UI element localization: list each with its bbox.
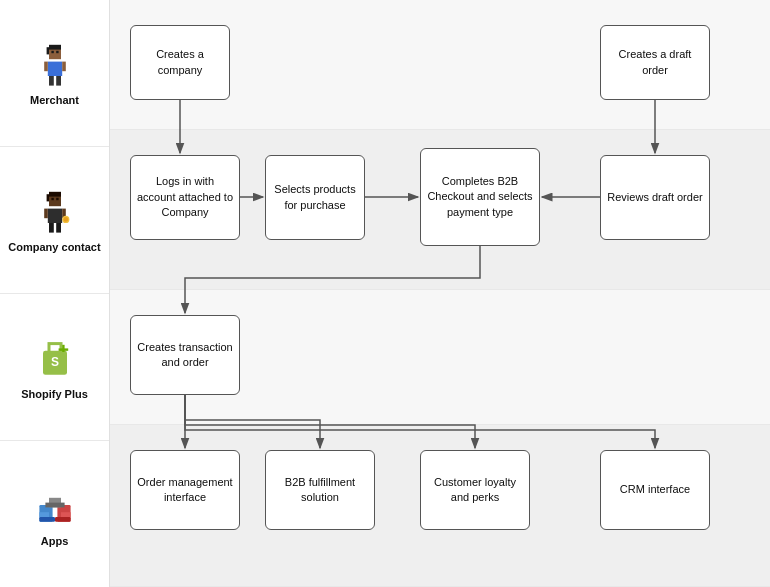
- merchant-icon: [31, 40, 79, 88]
- box-customer-loyalty: Customer loyalty and perks: [420, 450, 530, 530]
- box-b2b-fulfillment: B2B fulfillment solution: [265, 450, 375, 530]
- box-completes-checkout: Completes B2B Checkout and selects payme…: [420, 148, 540, 246]
- svg-rect-0: [47, 62, 61, 76]
- actor-merchant: Merchant: [0, 0, 109, 147]
- diagram-container: Merchant: [0, 0, 770, 587]
- svg-rect-17: [56, 223, 61, 233]
- actor-shopify: S Shopify Plus: [0, 294, 109, 441]
- svg-rect-29: [39, 512, 49, 517]
- svg-rect-28: [39, 517, 55, 522]
- svg-rect-12: [49, 192, 61, 197]
- box-crm-interface: CRM interface: [600, 450, 710, 530]
- svg-rect-34: [45, 503, 64, 508]
- box-creates-draft: Creates a draft order: [600, 25, 710, 100]
- shopify-icon: S: [31, 334, 79, 382]
- svg-point-21: [63, 217, 68, 222]
- svg-rect-2: [49, 45, 61, 50]
- svg-rect-15: [56, 198, 58, 200]
- svg-rect-26: [58, 348, 68, 350]
- box-logs-in: Logs in with account attached to Company: [130, 155, 240, 240]
- actors-sidebar: Merchant: [0, 0, 110, 587]
- svg-rect-13: [46, 194, 48, 201]
- svg-rect-25: [62, 345, 64, 352]
- box-order-mgmt: Order management interface: [130, 450, 240, 530]
- svg-rect-10: [47, 209, 61, 223]
- actor-apps: Apps: [0, 441, 109, 587]
- svg-rect-4: [51, 51, 53, 53]
- svg-rect-9: [62, 62, 66, 72]
- svg-rect-18: [44, 209, 48, 219]
- svg-text:S: S: [50, 355, 58, 369]
- box-reviews-draft: Reviews draft order: [600, 155, 710, 240]
- apps-icon: [31, 481, 79, 529]
- svg-rect-16: [49, 223, 54, 233]
- merchant-label: Merchant: [30, 94, 79, 106]
- box-creates-company: Creates a company: [130, 25, 230, 100]
- actor-contact: Company contact: [0, 147, 109, 294]
- svg-rect-31: [55, 517, 71, 522]
- contact-icon: [31, 187, 79, 235]
- shopify-label: Shopify Plus: [21, 388, 88, 400]
- svg-rect-8: [44, 62, 48, 72]
- flow-area: Creates a company Creates a draft order …: [110, 0, 770, 587]
- svg-rect-7: [56, 76, 61, 86]
- box-selects-products: Selects products for purchase: [265, 155, 365, 240]
- apps-label: Apps: [41, 535, 69, 547]
- svg-rect-32: [61, 512, 71, 517]
- contact-label: Company contact: [8, 241, 100, 253]
- svg-rect-5: [56, 51, 58, 53]
- svg-rect-6: [49, 76, 54, 86]
- svg-rect-14: [51, 198, 53, 200]
- box-creates-transaction: Creates transaction and order: [130, 315, 240, 395]
- svg-rect-3: [46, 47, 48, 54]
